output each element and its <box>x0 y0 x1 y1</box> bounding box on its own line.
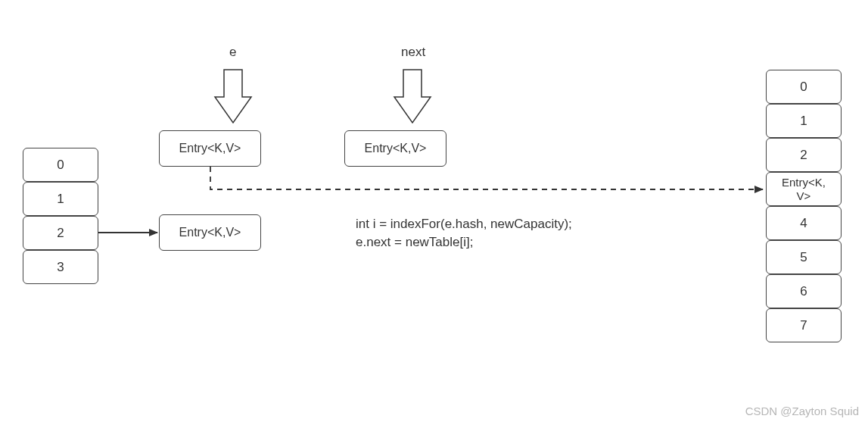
arrows-layer <box>0 0 868 425</box>
hollow-arrow-next <box>394 70 431 123</box>
right-table-cell-2: 2 <box>766 138 842 172</box>
watermark-text: CSDN @Zayton Squid <box>745 405 859 417</box>
pointer-label-next: next <box>401 45 425 60</box>
left-table-cell-0: 0 <box>23 148 98 182</box>
right-table-cell-5: 5 <box>766 240 842 274</box>
entry-box-chain-label: Entry<K,V> <box>179 226 241 239</box>
left-table-cell-2: 2 <box>23 216 98 250</box>
entry-box-chain: Entry<K,V> <box>159 214 261 251</box>
right-table-label-1: 1 <box>800 114 807 129</box>
right-table-label-5: 5 <box>800 250 807 265</box>
code-line-1: int i = indexFor(e.hash, newCapacity); <box>356 215 572 233</box>
arrow-dashed-to-newtable <box>210 167 763 189</box>
left-table-label-2: 2 <box>57 226 64 241</box>
right-table-cell-4: 4 <box>766 206 842 240</box>
entry-box-next: Entry<K,V> <box>344 130 446 167</box>
right-table-cell-7: 7 <box>766 308 842 342</box>
left-table-label-3: 3 <box>57 260 64 275</box>
hollow-arrow-e <box>215 70 251 123</box>
entry-box-next-label: Entry<K,V> <box>365 142 427 155</box>
right-table-label-4: 4 <box>800 216 807 231</box>
pointer-label-e: e <box>229 45 236 60</box>
right-table-cell-3: Entry<K, V> <box>766 172 842 206</box>
entry-box-e: Entry<K,V> <box>159 130 261 167</box>
left-table-cell-3: 3 <box>23 250 98 284</box>
right-table-cell-1: 1 <box>766 104 842 138</box>
right-table-cell-6: 6 <box>766 274 842 308</box>
left-table-label-1: 1 <box>57 192 64 207</box>
code-line-2: e.next = newTable[i]; <box>356 233 473 252</box>
left-table-cell-1: 1 <box>23 182 98 216</box>
left-table-label-0: 0 <box>57 158 64 173</box>
right-table-label-6: 6 <box>800 284 807 299</box>
right-table-label-7: 7 <box>800 318 807 333</box>
right-table-label-3: Entry<K, V> <box>782 176 826 202</box>
right-table-cell-0: 0 <box>766 70 842 104</box>
right-table-label-2: 2 <box>800 148 807 163</box>
right-table-label-0: 0 <box>800 80 807 95</box>
entry-box-e-label: Entry<K,V> <box>179 142 241 155</box>
